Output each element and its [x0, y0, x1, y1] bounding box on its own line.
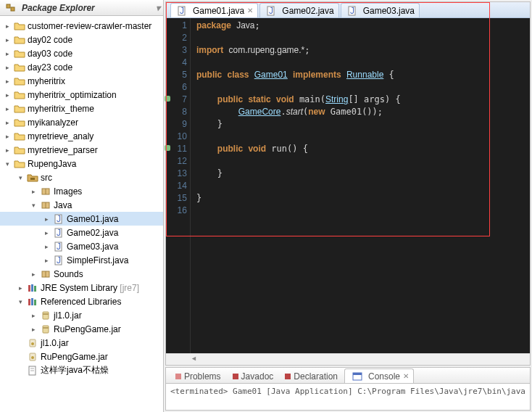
tree-label: Sounds — [54, 269, 83, 279]
proj-icon — [14, 158, 25, 170]
tree-label: RuPengGame.jar — [54, 324, 121, 334]
twisty-closed-icon[interactable]: ▸ — [29, 270, 38, 279]
twisty-closed-icon[interactable]: ▸ — [3, 22, 12, 30]
editor-tab[interactable]: JGame02.java — [259, 3, 338, 17]
bottom-tab-javadoc[interactable]: Javadoc — [228, 368, 279, 383]
tree-label: RupengJava — [28, 159, 76, 169]
twisty-closed-icon[interactable]: ▸ — [3, 146, 12, 154]
twisty-closed-icon[interactable]: ▸ — [3, 132, 12, 141]
svg-rect-0 — [7, 4, 10, 8]
tree-node[interactable]: ▸JGame03.java — [0, 239, 163, 253]
twisty-none — [16, 339, 25, 347]
editor-tab[interactable]: JGame01.java✕ — [170, 3, 258, 17]
svg-text:J: J — [269, 6, 273, 16]
tree-node[interactable]: RuPengGame.jar — [0, 350, 163, 363]
svg-rect-26 — [43, 327, 49, 329]
code-content[interactable]: package Java; import com.rupeng.game.*; … — [191, 18, 530, 365]
svg-point-28 — [31, 342, 34, 345]
svg-rect-41 — [353, 373, 362, 375]
tab-label: Game03.java — [363, 6, 415, 16]
tree-node[interactable]: ▸myretrieve_parser — [0, 143, 163, 157]
java-file-icon: J — [265, 5, 277, 17]
tree-node[interactable]: ▸customer-review-crawler-master — [0, 19, 163, 33]
twisty-open-icon[interactable]: ▾ — [29, 201, 38, 210]
txt-icon — [27, 365, 38, 376]
tree-node[interactable]: ▸myheritrix_optimization — [0, 88, 163, 102]
tree-node[interactable]: ▸JGame01.java — [0, 212, 163, 226]
twisty-open-icon[interactable]: ▾ — [16, 297, 25, 306]
tab-label: Console — [368, 371, 400, 382]
project-tree[interactable]: ▸customer-review-crawler-master▸day02 co… — [0, 16, 163, 412]
tree-node[interactable]: ▾Java — [0, 198, 163, 212]
twisty-none — [16, 366, 25, 375]
twisty-closed-icon[interactable]: ▸ — [3, 91, 12, 99]
twisty-closed-icon[interactable]: ▸ — [42, 256, 51, 265]
tree-label: day03 code — [28, 49, 72, 59]
tree-node[interactable]: jl1.0.jar — [0, 336, 163, 350]
code-editor[interactable]: 12345678910111213141516 package Java; im… — [166, 18, 530, 365]
twisty-closed-icon[interactable]: ▸ — [42, 228, 51, 237]
tree-node[interactable]: ▸JGame02.java — [0, 226, 163, 239]
proj-icon — [14, 20, 25, 32]
tree-node[interactable]: ▾RupengJava — [0, 157, 163, 170]
srcfolder-icon — [27, 172, 38, 184]
tree-node[interactable]: ▸JRE System Library [jre7] — [0, 281, 163, 294]
twisty-closed-icon[interactable]: ▸ — [29, 187, 38, 196]
twisty-open-icon[interactable]: ▾ — [3, 160, 12, 168]
tab-label: Game01.java — [193, 6, 244, 16]
horizontal-scrollbar[interactable] — [166, 353, 530, 365]
editor-tabs: JGame01.java✕JGame02.javaJGame03.java — [166, 2, 530, 18]
tree-node[interactable]: ▸day03 code — [0, 46, 163, 60]
bottom-tab-declaration[interactable]: Declaration — [280, 368, 343, 383]
close-icon[interactable]: ✕ — [403, 372, 409, 380]
explorer-header: Package Explorer ▾ — [0, 0, 163, 16]
tree-node[interactable]: ▸Images — [0, 184, 163, 198]
tree-node[interactable]: ▸day23 code — [0, 60, 163, 74]
tree-node[interactable]: ▸day02 code — [0, 33, 163, 46]
twisty-closed-icon[interactable]: ▸ — [3, 77, 12, 86]
svg-text:J: J — [57, 214, 61, 224]
twisty-closed-icon[interactable]: ▸ — [3, 104, 12, 113]
tree-node[interactable]: ▸RuPengGame.jar — [0, 322, 163, 336]
bottom-tab-console[interactable]: Console ✕ — [344, 368, 414, 383]
twisty-closed-icon[interactable]: ▸ — [29, 311, 38, 320]
jfile-icon: J — [53, 213, 65, 225]
twisty-closed-icon[interactable]: ▸ — [3, 118, 12, 127]
tree-label: myheritrix_theme — [28, 104, 94, 114]
tree-node[interactable]: ▸JSimpleFirst.java — [0, 253, 163, 267]
twisty-closed-icon[interactable]: ▸ — [42, 215, 51, 223]
tree-node[interactable]: ▾src — [0, 170, 163, 184]
proj-icon — [14, 131, 25, 142]
close-icon[interactable]: ✕ — [247, 7, 253, 15]
tree-node[interactable]: ▸myikanalyzer — [0, 115, 163, 129]
twisty-open-icon[interactable]: ▾ — [16, 173, 25, 182]
tree-node[interactable]: ▸Sounds — [0, 267, 163, 281]
tree-label: day23 code — [28, 62, 72, 73]
tab-label: Declaration — [294, 371, 338, 382]
bottom-panel: ProblemsJavadocDeclarationConsole ✕ <ter… — [165, 367, 531, 411]
twisty-closed-icon[interactable]: ▸ — [16, 284, 25, 292]
tree-node[interactable]: ▸myheritrix_theme — [0, 102, 163, 115]
tree-node[interactable]: ▸myheritrix — [0, 74, 163, 88]
tree-node[interactable]: ▾Referenced Libraries — [0, 294, 163, 308]
jfile-icon: J — [53, 255, 65, 266]
twisty-closed-icon[interactable]: ▸ — [29, 325, 38, 334]
tree-label: myikanalyzer — [28, 118, 78, 128]
tree-node[interactable]: 这样学java不枯燥 — [0, 363, 163, 377]
tree-node[interactable]: ▸myretrieve_analy — [0, 129, 163, 143]
tree-label: Game01.java — [67, 214, 118, 224]
twisty-closed-icon[interactable]: ▸ — [3, 49, 12, 58]
svg-text:J: J — [180, 6, 184, 16]
bottom-tab-problems[interactable]: Problems — [170, 368, 226, 383]
svg-text:J: J — [57, 242, 61, 252]
twisty-closed-icon[interactable]: ▸ — [3, 36, 12, 44]
svg-text:J: J — [57, 255, 61, 265]
java-file-icon: J — [346, 5, 358, 17]
tree-label: myretrieve_analy — [28, 131, 93, 141]
editor-tab[interactable]: JGame03.java — [341, 3, 420, 17]
twisty-closed-icon[interactable]: ▸ — [42, 242, 51, 251]
tree-node[interactable]: ▸jl1.0.jar — [0, 308, 163, 322]
package-explorer-icon — [5, 2, 17, 14]
twisty-closed-icon[interactable]: ▸ — [3, 63, 12, 72]
explorer-menu-icon[interactable]: ▾ — [156, 3, 160, 13]
